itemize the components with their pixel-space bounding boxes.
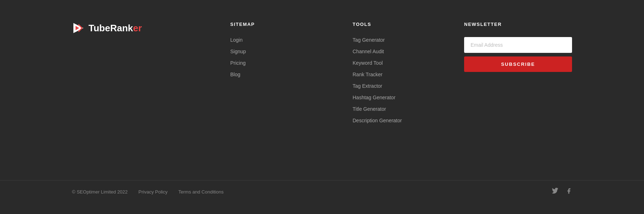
tools-title: TOOLS [353,22,443,27]
footer-bottom-left: © SEOptimer Limited 2022 Privacy Policy … [72,189,223,195]
sitemap-signup-link[interactable]: Signup [230,49,302,54]
tuberanker-logo-icon [72,22,85,35]
footer-tools: TOOLS Tag Generator Channel Audit Keywor… [353,22,443,129]
tools-keyword-tool-link[interactable]: Keyword Tool [353,60,443,66]
logo-text: TubeRanker [89,23,142,34]
footer-sitemap: SITEMAP Login Signup Pricing Blog [230,22,302,83]
privacy-policy-link[interactable]: Privacy Policy [139,189,168,195]
sitemap-blog-link[interactable]: Blog [230,72,302,77]
facebook-icon[interactable] [566,188,572,196]
tools-rank-tracker-link[interactable]: Rank Tracker [353,72,443,77]
tools-tag-generator-link[interactable]: Tag Generator [353,37,443,43]
newsletter-title: NEWSLETTER [464,22,572,27]
sitemap-login-link[interactable]: Login [230,37,302,43]
footer-newsletter: NEWSLETTER SUBSCRIBE [464,22,572,72]
terms-conditions-link[interactable]: Terms and Conditions [178,189,224,195]
tools-hashtag-generator-link[interactable]: Hashtag Generator [353,95,443,100]
logo-container: TubeRanker [72,22,180,35]
twitter-icon[interactable] [552,188,558,196]
sitemap-pricing-link[interactable]: Pricing [230,60,302,66]
copyright-text: © SEOptimer Limited 2022 [72,189,128,195]
tools-title-generator-link[interactable]: Title Generator [353,106,443,112]
footer: TubeRanker SITEMAP Login Signup Pricing … [0,0,644,214]
sitemap-title: SITEMAP [230,22,302,27]
tools-tag-extractor-link[interactable]: Tag Extractor [353,83,443,89]
footer-bottom: © SEOptimer Limited 2022 Privacy Policy … [0,180,644,203]
email-input[interactable] [464,37,572,53]
tools-description-generator-link[interactable]: Description Generator [353,118,443,123]
footer-main: TubeRanker SITEMAP Login Signup Pricing … [0,22,644,129]
tools-channel-audit-link[interactable]: Channel Audit [353,49,443,54]
footer-logo-section: TubeRanker [72,22,180,35]
social-icons [552,188,572,196]
subscribe-button[interactable]: SUBSCRIBE [464,56,572,72]
